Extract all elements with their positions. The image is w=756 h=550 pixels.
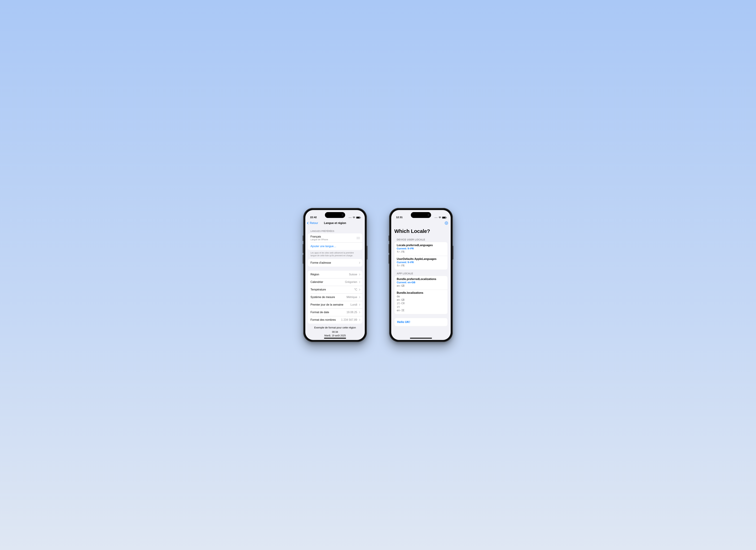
status-right: •••• (349, 216, 360, 218)
item-current: Current: fr-FR (397, 261, 445, 263)
preferred-languages-item: Locale.preferredLanguages Current: fr-FR… (394, 242, 448, 256)
item-values: de en-GB it-CH it en-IE (397, 295, 445, 312)
region-label: Région (310, 273, 319, 276)
example-time: 00:34 (309, 330, 361, 334)
battery-icon (356, 216, 360, 218)
battery-icon (442, 216, 446, 218)
page-title: Which Locale? (394, 227, 448, 236)
language-row[interactable]: Français Langue de l'iPhone (308, 233, 362, 242)
chevron-left-icon (307, 222, 309, 224)
gear-icon (444, 221, 448, 225)
power-button (453, 246, 453, 259)
region-value: Suisse (349, 273, 357, 276)
region-row[interactable]: Région Suisse (308, 271, 362, 278)
settings-button[interactable] (444, 221, 448, 225)
dynamic-island (325, 212, 345, 218)
date-format-row[interactable]: Format de date 19.08.25 (308, 309, 362, 316)
dynamic-island (411, 212, 431, 218)
example-date: Mardi, 19 août 2025 (309, 334, 361, 337)
mute-switch (303, 235, 303, 241)
address-form-row[interactable]: Forme d'adresse (308, 259, 362, 266)
mute-switch (389, 235, 389, 241)
drag-handle-icon[interactable] (357, 237, 360, 239)
phone-right: 12:31 •••• (389, 208, 453, 342)
hello-label: Hello UK! (394, 318, 448, 326)
volume-up-button (303, 244, 303, 253)
calendar-row[interactable]: Calendrier Grégorien (308, 278, 362, 286)
nav-bar (391, 219, 451, 227)
first-day-row[interactable]: Premier jour de la semaine Lundi (308, 301, 362, 309)
temperature-value: °C (354, 288, 357, 291)
chevron-right-icon (358, 281, 360, 283)
first-day-label: Premier jour de la semaine (310, 303, 343, 306)
cellular-icon: •••• (349, 217, 352, 218)
item-title: Bundle.localizations (397, 291, 445, 295)
address-form-label: Forme d'adresse (310, 261, 331, 264)
number-format-label: Format des nombres (310, 318, 336, 322)
screen-settings: 22:42 •••• Retour Langue et région LANGU… (305, 210, 365, 340)
device-locale-card: Locale.preferredLanguages Current: fr-FR… (394, 242, 448, 270)
wifi-icon (353, 216, 355, 218)
bundle-localizations-item: Bundle.localizations de en-GB it-CH it e… (394, 290, 448, 314)
date-format-value: 19.08.25 (347, 311, 357, 314)
calendar-label: Calendrier (310, 281, 323, 284)
app-locale-header: APP LOCALE (394, 270, 448, 276)
wifi-icon (438, 216, 441, 218)
svg-point-9 (446, 223, 447, 223)
measure-label: Système de mesure (310, 296, 335, 299)
calendar-value: Grégorien (345, 281, 357, 284)
settings-content[interactable]: LANGUES PRÉFÉRÉES Français Langue de l'i… (305, 227, 365, 337)
svg-line-8 (447, 222, 448, 222)
address-form-group: Forme d'adresse (308, 259, 362, 266)
preferred-languages-group: Français Langue de l'iPhone Ajouter une … (308, 233, 362, 250)
nav-bar: Retour Langue et région (305, 219, 365, 227)
status-time: 12:31 (396, 216, 403, 218)
home-indicator[interactable] (410, 338, 432, 339)
status-time: 22:42 (310, 216, 317, 218)
date-format-label: Format de date (310, 311, 329, 314)
item-title: UserDefaults AppleLanguages (397, 257, 445, 260)
measure-value: Métrique (347, 296, 357, 299)
screen-app: 12:31 •••• (391, 210, 451, 340)
item-values: fr-FR (397, 250, 445, 254)
hello-card[interactable]: Hello UK! (394, 318, 448, 326)
home-indicator[interactable] (324, 338, 346, 339)
temperature-label: Température (310, 288, 326, 291)
item-current: Current: fr-FR (397, 247, 445, 250)
preferred-languages-footer: Les apps et les sites web utiliseront la… (308, 250, 362, 257)
item-title: Locale.preferredLanguages (397, 244, 445, 247)
language-name: Français (310, 235, 328, 238)
item-current: Current: en-GB (397, 281, 445, 284)
device-locale-header: DEVICE USER LOCALE (394, 236, 448, 242)
measure-row[interactable]: Système de mesure Métrique (308, 294, 362, 301)
item-title: Bundle.preferredLocalizations (397, 278, 445, 281)
chevron-right-icon (358, 319, 360, 321)
number-format-row[interactable]: Format des nombres 1 234 567,89 (308, 316, 362, 324)
region-format-example: Exemple de format pour cette région 00:3… (308, 324, 362, 337)
volume-down-button (389, 255, 389, 263)
back-button[interactable]: Retour (307, 221, 318, 225)
item-values: fr-FR (397, 264, 445, 267)
app-content[interactable]: Which Locale? DEVICE USER LOCALE Locale.… (391, 227, 451, 337)
chevron-right-icon (358, 273, 360, 276)
temperature-row[interactable]: Température °C (308, 286, 362, 294)
example-title: Exemple de format pour cette région (309, 326, 361, 330)
language-subtitle: Langue de l'iPhone (310, 238, 328, 241)
back-label: Retour (310, 221, 318, 225)
apple-languages-item: UserDefaults AppleLanguages Current: fr-… (394, 256, 448, 269)
chevron-right-icon (358, 262, 360, 264)
chevron-right-icon (358, 312, 360, 313)
app-locale-card: Bundle.preferredLocalizations Current: e… (394, 276, 448, 315)
volume-down-button (303, 255, 303, 263)
power-button (367, 246, 367, 259)
chevron-right-icon (358, 296, 360, 298)
add-language-row[interactable]: Ajouter une langue… (308, 242, 362, 250)
volume-up-button (389, 244, 389, 253)
status-right: •••• (435, 216, 446, 218)
first-day-value: Lundi (351, 303, 357, 306)
add-language-label: Ajouter une langue… (310, 245, 336, 248)
item-values: en-GB (397, 284, 445, 288)
phone-left: 22:42 •••• Retour Langue et région LANGU… (303, 208, 367, 342)
region-settings-group: Région Suisse Calendrier Grégorien Tempé… (308, 271, 362, 324)
chevron-right-icon (358, 304, 360, 306)
